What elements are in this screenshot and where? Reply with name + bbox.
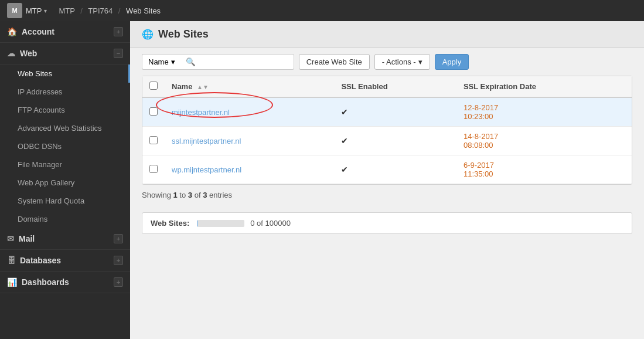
row-1-name-link[interactable]: ssl.mijntestpartner.nl (172, 137, 241, 145)
dashboards-icon: 📊 (7, 277, 17, 287)
sidebar-sub-ftp-label: FTP Accounts (18, 106, 65, 114)
ssl-checkmark: ✔ (341, 136, 348, 145)
ssl-date: 6-9-2017 (464, 161, 494, 170)
sidebar-dashboards-label: Dashboards (22, 277, 69, 287)
table-row: wp.mijntestpartner.nl✔6-9-201711:35:00 (142, 155, 632, 184)
actions-label: - Actions - (382, 57, 416, 66)
sidebar-sub-webappgallery[interactable]: Web App Gallery (0, 174, 130, 192)
row-1-name-cell: ssl.mijntestpartner.nl (165, 127, 334, 155)
mail-icon: ✉ (7, 234, 14, 243)
sidebar-sub-ipaddresses[interactable]: IP Addresses (0, 83, 130, 101)
row-0-name-link[interactable]: mijntestpartner.nl (172, 108, 230, 117)
sidebar-sub-advancedweb[interactable]: Advanced Web Statistics (0, 119, 130, 137)
table-header-name[interactable]: Name ▲▼ (165, 76, 334, 97)
web-expand-icon[interactable]: − (114, 49, 123, 58)
actions-button[interactable]: - Actions - ▾ (374, 54, 430, 70)
sidebar-sub-domains[interactable]: Domains (0, 210, 130, 228)
ssl-date: 14-8-2017 (464, 132, 498, 141)
content-area: 🌐 Web Sites Name ▾ 🔍 Create Web Site - A… (130, 21, 644, 339)
user-menu-chevron[interactable]: ▾ (44, 8, 47, 14)
row-0-checkbox[interactable] (149, 107, 158, 116)
sidebar-web-label: Web (20, 49, 37, 58)
search-icon: 🔍 (186, 57, 196, 66)
page-globe-icon: 🌐 (142, 29, 154, 40)
sidebar-sub-odbc[interactable]: ODBC DSNs (0, 137, 130, 155)
sidebar-sub-hardquota-label: System Hard Quota (18, 196, 84, 205)
apply-button[interactable]: Apply (435, 54, 469, 70)
databases-expand-icon[interactable]: + (114, 256, 123, 265)
breadcrumb-mtp[interactable]: MTP (59, 6, 74, 15)
sidebar-sub-websites[interactable]: Web Sites (0, 65, 130, 83)
dashboards-expand-icon[interactable]: + (114, 277, 123, 287)
sidebar-sub-ipaddresses-label: IP Addresses (18, 87, 62, 96)
sidebar-sub-hardquota[interactable]: System Hard Quota (0, 192, 130, 210)
actions-chevron: ▾ (418, 57, 422, 66)
page-header: 🌐 Web Sites (130, 21, 644, 48)
sidebar-sub-ftp[interactable]: FTP Accounts (0, 101, 130, 119)
create-website-label: Create Web Site (306, 57, 362, 66)
ssl-date: 12-8-2017 (464, 103, 498, 112)
account-expand-icon[interactable]: + (114, 27, 123, 36)
sidebar-item-databases[interactable]: 🗄 Databases + (0, 250, 130, 272)
table-header-checkbox (142, 76, 165, 97)
search-filter-chevron: ▾ (171, 57, 175, 66)
sidebar-sub-odbc-label: ODBC DSNs (18, 142, 62, 151)
row-1-checkbox[interactable] (149, 136, 158, 144)
total-value: 3 (203, 191, 207, 199)
sidebar-sub-advancedweb-label: Advanced Web Statistics (18, 124, 102, 133)
mail-expand-icon[interactable]: + (114, 234, 123, 243)
user-avatar[interactable]: M (7, 3, 22, 18)
search-icon-button[interactable]: 🔍 (181, 54, 200, 70)
row-0-name-cell: mijntestpartner.nl (165, 97, 334, 127)
topbar: M MTP ▾ MTP / TPI764 / Web Sites (0, 0, 644, 21)
sidebar-item-mail[interactable]: ✉ Mail + (0, 228, 130, 250)
sidebar-item-dashboards[interactable]: 📊 Dashboards + (0, 272, 130, 293)
breadcrumb: MTP / TPI764 / Web Sites (59, 6, 161, 15)
row-2-name-link[interactable]: wp.mijntestpartner.nl (172, 165, 241, 174)
table-row: ssl.mijntestpartner.nl✔14-8-201708:08:00 (142, 127, 632, 155)
select-all-checkbox[interactable] (149, 82, 158, 90)
row-0-checkbox-cell (142, 97, 165, 127)
table-header-row: Name ▲▼ SSL Enabled SSL Expiration Date (142, 76, 632, 97)
sidebar-account-label: Account (22, 27, 54, 36)
quota-bar (197, 220, 198, 227)
from-value: 1 (173, 191, 178, 199)
sidebar-sub-websites-label: Web Sites (18, 69, 52, 78)
sidebar-databases-label: Databases (20, 256, 61, 265)
active-indicator (128, 65, 130, 83)
ssl-time: 11:35:00 (464, 170, 493, 178)
sidebar-sub-filemanager[interactable]: File Manager (0, 155, 130, 174)
search-filter-label: Name (148, 57, 169, 66)
topbar-username[interactable]: MTP (26, 6, 42, 15)
row-1-ssl-date-cell: 14-8-201708:08:00 (456, 127, 632, 155)
row-2-name-cell: wp.mijntestpartner.nl (165, 155, 334, 184)
quota-value: 0 of 100000 (250, 219, 291, 228)
table-footer: Showing 1 to 3 of 3 entries (130, 185, 644, 205)
row-2-ssl-date-cell: 6-9-201711:35:00 (456, 155, 632, 184)
sidebar-item-account[interactable]: 🏠 Account + (0, 21, 130, 43)
sidebar-sub-filemanager-label: File Manager (18, 160, 62, 169)
quota-section: Web Sites: 0 of 100000 (142, 212, 632, 234)
ssl-time: 10:23:00 (464, 112, 493, 121)
search-input[interactable] (200, 54, 294, 70)
account-icon: 🏠 (7, 27, 17, 36)
row-2-ssl-enabled-cell: ✔ (334, 155, 456, 184)
row-0-ssl-enabled-cell: ✔ (334, 97, 456, 127)
create-website-button[interactable]: Create Web Site (299, 54, 370, 70)
breadcrumb-tpi[interactable]: TPI764 (88, 6, 113, 15)
name-sort-icon[interactable]: ▲▼ (197, 84, 209, 90)
table-header-ssl-enabled: SSL Enabled (334, 76, 456, 97)
ssl-checkmark: ✔ (341, 107, 348, 117)
search-group: Name ▾ 🔍 (142, 54, 294, 70)
quota-label: Web Sites: (151, 219, 189, 228)
entries-label: entries (209, 191, 232, 199)
sidebar-item-web[interactable]: ☁ Web − (0, 43, 130, 65)
row-1-checkbox-cell (142, 127, 165, 155)
websites-table: Name ▲▼ SSL Enabled SSL Expiration Date … (142, 76, 632, 184)
ssl-checkmark: ✔ (341, 165, 348, 174)
databases-icon: 🗄 (7, 256, 15, 265)
row-2-checkbox[interactable] (149, 165, 158, 173)
sidebar: 🏠 Account + ☁ Web − Web Sites IP Address… (0, 21, 130, 339)
breadcrumb-current: Web Sites (126, 6, 161, 15)
search-filter-button[interactable]: Name ▾ (142, 54, 181, 70)
